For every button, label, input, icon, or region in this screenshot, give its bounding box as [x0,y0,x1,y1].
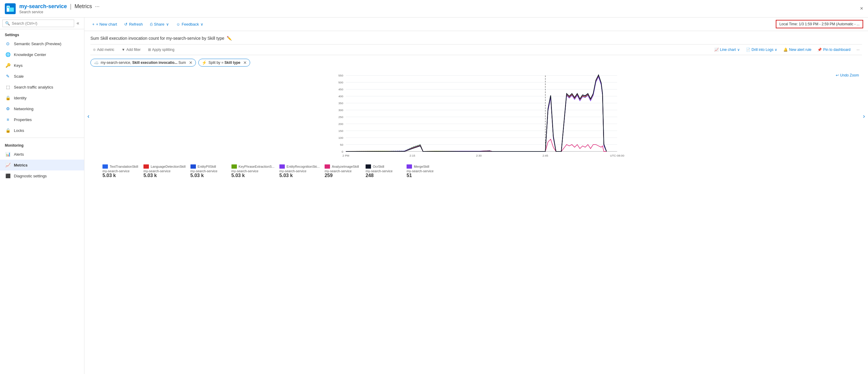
refresh-button[interactable]: ↺ Refresh [121,21,146,28]
legend-label-1: LanguageDetectionSkill [151,165,186,168]
alerts-icon: 📊 [5,151,11,157]
svg-text:0: 0 [341,150,343,153]
legend-item-4: EntityRecognitionSki... my-search-servic… [279,164,320,178]
split-pill-icon: ⚡ [202,60,207,65]
sidebar-item-metrics[interactable]: 📈 Metrics [0,160,84,170]
svg-text:2:45: 2:45 [542,154,548,157]
sidebar-item-keys[interactable]: 🔑 Keys [0,60,84,71]
svg-text:450: 450 [338,88,344,91]
sidebar-item-alerts[interactable]: 📊 Alerts [0,149,84,160]
chart-legend: TextTranslationSkill my-search-service 5… [90,164,862,178]
svg-text:UTC-08:00: UTC-08:00 [610,154,624,157]
sidebar-item-search-traffic[interactable]: ⬚ Search traffic analytics [0,81,84,93]
svg-text:500: 500 [338,81,344,84]
svg-text:50: 50 [340,143,343,146]
sidebar-item-locks[interactable]: 🔒 Locks [0,125,84,136]
sidebar-item-label: Keys [14,63,23,68]
legend-label-5: AnalyzeImageSkill [332,165,359,168]
sidebar-collapse-btn[interactable]: « [74,19,82,27]
sidebar-item-label: Identity [14,96,27,100]
legend-color-3 [231,164,237,169]
legend-value-5: 259 [324,173,333,178]
sidebar-item-scale[interactable]: ✎ Scale [0,71,84,81]
sidebar-item-properties[interactable]: ≡ Properties [0,114,84,125]
plus-icon: + [92,22,95,27]
legend-value-4: 5.03 k [279,173,293,178]
sidebar-item-label: Scale [14,74,24,78]
legend-service-5: my-search-service [324,169,352,173]
new-alert-button[interactable]: 🔔 New alert rule [781,46,814,53]
networking-icon: ⚙ [5,106,11,112]
line-chart-icon: 📈 [714,47,719,52]
share-button[interactable]: ⎙ Share ∨ [147,21,172,28]
svg-text:100: 100 [338,136,344,139]
svg-text:550: 550 [338,74,344,77]
time-range-button[interactable]: Local Time: 1/3 1:59 PM - 2:59 PM (Autom… [776,20,863,28]
legend-label-0: TextTranslationSkill [110,165,138,168]
add-metric-button[interactable]: ⊕ Add metric [90,46,117,53]
legend-color-0 [102,164,108,169]
metric-pill-1: ⚡ Split by = Skill type ✕ [198,59,250,67]
sidebar-item-diagnostic[interactable]: ⬛ Diagnostic settings [0,170,84,181]
pin-dashboard-label: Pin to dashboard [823,47,850,52]
legend-value-2: 5.03 k [190,173,204,178]
chart-nav-left-button[interactable]: ‹ [87,112,90,119]
apply-splitting-button[interactable]: ⊞ Apply splitting [146,46,177,53]
chart-title: Sum Skill execution invocation count for… [90,36,862,41]
locks-icon: 🔒 [5,127,11,133]
semantic-search-icon: ⊙ [5,41,11,47]
refresh-icon: ↺ [124,22,127,27]
diagnostic-icon: ⬛ [5,173,11,179]
new-chart-button[interactable]: + + New chart [89,21,120,28]
chart-nav-right-button[interactable]: › [863,112,865,119]
pill-remove-btn[interactable]: ✕ [189,60,193,65]
svg-text:2:30: 2:30 [476,154,482,157]
legend-color-7 [407,164,412,169]
legend-service-4: my-search-service [279,169,307,173]
split-pill-remove-btn[interactable]: ✕ [243,60,247,65]
monitoring-section-label: Monitoring [0,140,84,149]
svg-rect-3 [7,6,9,8]
sidebar-item-label: Alerts [14,152,24,157]
filter-icon: ▼ [121,47,125,52]
chart-svg: 550 500 450 400 350 300 250 200 150 100 … [93,70,859,161]
line-chart-chevron: ∨ [737,47,740,52]
title-separator: | [70,3,71,10]
content-area: + + New chart ↺ Refresh ⎙ Share ∨ ☺ Feed… [84,18,868,374]
more-options-button[interactable]: ··· [854,46,862,53]
sidebar-item-networking[interactable]: ⚙ Networking [0,103,84,114]
pin-dashboard-button[interactable]: 📌 Pin to dashboard [815,46,853,53]
close-button[interactable]: × [860,5,863,12]
svg-rect-2 [9,7,14,12]
legend-label-3: KeyPhraseExtractionS... [239,165,275,168]
line-chart-label: Line chart [720,47,736,52]
legend-service-6: my-search-service [366,169,393,173]
sidebar-item-semantic-search[interactable]: ⊙ Semantic Search (Preview) [0,38,84,49]
drill-logs-button[interactable]: 📄 Drill into Logs ∨ [744,46,780,53]
service-name: my-search-service [19,3,67,10]
legend-label-2: EntityPIISkill [198,165,216,168]
app-header: my-search-service | Metrics ··· Search s… [0,0,868,18]
add-filter-button[interactable]: ▼ Add filter [119,46,143,53]
legend-label-6: OcrSkill [373,165,384,168]
legend-value-1: 5.03 k [144,173,157,178]
more-icon: ··· [857,47,860,52]
sidebar-item-knowledge-center[interactable]: 🌐 Knowledge Center [0,49,84,60]
refresh-label: Refresh [129,22,143,27]
legend-item-7: MergeSkill my-search-service 51 [407,164,443,178]
header-title-group: my-search-service | Metrics ··· Search s… [19,3,99,14]
line-chart-button[interactable]: 📈 Line chart ∨ [712,46,742,53]
sidebar-item-label: Properties [14,117,32,122]
drill-logs-chevron: ∨ [775,47,777,52]
feedback-button[interactable]: ☺ Feedback ∨ [173,21,207,28]
sidebar-search-input[interactable] [12,21,71,26]
sidebar-item-label: Diagnostic settings [14,174,47,178]
chart-title-edit-icon[interactable]: ✏️ [227,36,232,41]
header-more-btn[interactable]: ··· [95,3,99,10]
sidebar-item-label: Locks [14,128,24,133]
svg-text:200: 200 [338,122,344,126]
legend-label-7: MergeSkill [414,165,429,168]
sidebar-item-identity[interactable]: 🔒 Identity [0,93,84,103]
sidebar-item-label: Knowledge Center [14,53,46,57]
sidebar: 🔍 « Settings ⊙ Semantic Search (Preview)… [0,18,84,374]
